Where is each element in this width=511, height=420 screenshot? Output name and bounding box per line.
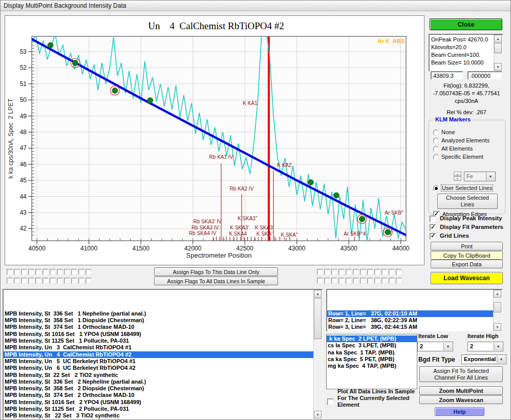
radio-label[interactable]: Specific Element — [441, 154, 483, 160]
list-item[interactable]: Row= 1, Line= 37G, 02:01:10 AM — [327, 310, 502, 317]
flag-checkbox[interactable] — [346, 278, 352, 284]
flag-checkbox[interactable] — [389, 269, 395, 275]
list-item[interactable]: MPB Intensity, St 1016 Set 1 YPO4 (USNM … — [4, 331, 322, 338]
scrollbar-thumb[interactable] — [494, 302, 501, 312]
radio-user-selected-lines[interactable] — [433, 185, 439, 192]
flag-checkbox[interactable] — [396, 278, 402, 284]
scrollbar-thumb[interactable] — [494, 43, 502, 53]
radio-user-selected-lines-label[interactable]: User Selected Lines — [441, 185, 493, 191]
iterate-high-select[interactable]: 2 ▼ — [467, 342, 503, 351]
export-data-button[interactable]: Export Data — [431, 260, 503, 268]
flag-checkbox[interactable] — [78, 269, 84, 275]
flag-checkbox[interactable] — [35, 269, 41, 275]
flag-checkbox[interactable] — [360, 269, 366, 275]
flag-checkbox[interactable] — [367, 278, 373, 284]
flag-checkbox[interactable] — [346, 269, 352, 275]
list-item[interactable]: MPB Intensity, St 1125 Set 1 Pollucite, … — [4, 338, 322, 344]
flag-checkbox[interactable] — [14, 278, 20, 284]
channel-listbox[interactable]: k ka Spec 2 LPET, (MPB)cs la Spec 3 LPET… — [326, 334, 417, 389]
flag-checkbox[interactable] — [28, 278, 34, 284]
flag-checkbox[interactable] — [367, 269, 373, 275]
flag-checkbox[interactable] — [331, 278, 337, 284]
list-item[interactable]: MPB Intensity, Un 3 CalChemist RbTiOPO4 … — [4, 344, 322, 351]
flag-checkbox[interactable] — [71, 278, 77, 284]
flag-checkbox[interactable] — [324, 278, 330, 284]
flag-checkbox[interactable] — [389, 278, 395, 284]
flag-checkbox[interactable] — [14, 269, 20, 275]
flag-checkbox[interactable] — [338, 269, 345, 275]
radio-all-elements[interactable] — [433, 146, 439, 152]
zoom-multipoint-button[interactable]: Zoom MultiPoint — [419, 386, 503, 395]
wavescan-chart[interactable]: 4050041000415004200042500430004350044000… — [5, 16, 423, 264]
list-item[interactable]: MPB Intensity, St 374 Set 2 Orthoclase M… — [4, 392, 322, 398]
flag-checkbox[interactable] — [86, 278, 92, 284]
list-item[interactable]: MPB Intensity, St 358 Set 1 Diopside (Ch… — [4, 317, 322, 324]
radio-label[interactable]: None — [441, 129, 455, 135]
flag-checkbox[interactable] — [42, 269, 49, 275]
spinner-up-icon[interactable]: ▲ — [454, 172, 461, 176]
scroll-down-icon[interactable]: ▼ — [494, 323, 501, 331]
plot-all-lines-checkbox[interactable] — [327, 398, 334, 405]
flag-checkbox[interactable] — [381, 278, 388, 284]
list-item[interactable]: MPB Intensity, St 1016 Set 2 YPO4 (USNM … — [4, 399, 322, 406]
flag-checkbox[interactable] — [374, 269, 380, 275]
list-item[interactable]: MPB Intensity, St 336 Set 1 Nepheline (p… — [4, 310, 322, 317]
flag-checkbox[interactable] — [396, 269, 402, 275]
flag-checkbox[interactable] — [317, 269, 323, 275]
bgd-fit-type-select[interactable]: Exponential ▼ — [461, 354, 506, 364]
flag-checkbox[interactable] — [381, 269, 388, 275]
flag-checkbox[interactable] — [353, 278, 359, 284]
scroll-down-icon[interactable]: ▼ — [314, 411, 322, 418]
assign-flags-all-lines-button[interactable]: Assign Flags To All Data Lines In Sample — [154, 277, 278, 285]
list-item[interactable]: ca ka Spec 5 PET, (MPB) — [327, 356, 417, 363]
radio-none[interactable] — [433, 130, 439, 136]
choose-selected-lines-button[interactable]: Choose Selected Lines — [437, 194, 498, 209]
flag-checkbox[interactable] — [374, 278, 380, 284]
list-item[interactable]: na ka Spec 1 TAP, (MPB) — [327, 349, 417, 356]
radio-label[interactable]: Analyzed Elements — [441, 137, 489, 143]
print-button[interactable]: Print — [431, 242, 503, 250]
flag-checkbox[interactable] — [64, 278, 70, 284]
list-item[interactable]: MPB Intensity, St 1125 Set 2 Pollucite, … — [4, 406, 322, 412]
flag-checkbox[interactable] — [338, 278, 345, 284]
radio-label[interactable]: All Elements — [441, 145, 473, 152]
display-peak-intensity-checkbox[interactable] — [430, 216, 436, 222]
flag-checkbox[interactable] — [360, 278, 366, 284]
assign-fit-button[interactable]: Assign Fit To Selected Channel For All L… — [419, 366, 503, 382]
list-item[interactable]: MPB Intensity, St 336 Set 2 Nepheline (p… — [4, 379, 322, 385]
scroll-up-icon[interactable]: ▲ — [494, 35, 502, 43]
scroll-down-icon[interactable]: ▼ — [494, 63, 502, 71]
flag-checkbox[interactable] — [353, 269, 359, 275]
flag-checkbox[interactable] — [57, 269, 63, 275]
flag-checkbox[interactable] — [7, 269, 13, 275]
scroll-up-icon[interactable]: ▲ — [494, 290, 501, 298]
flag-checkbox[interactable] — [57, 278, 63, 284]
list-item[interactable]: mg ka Spec 4 TAP, (MPB) — [327, 363, 417, 369]
background-point[interactable] — [72, 60, 78, 66]
background-point[interactable] — [308, 179, 313, 185]
flag-checkbox[interactable] — [78, 278, 84, 284]
display-fit-parameters-checkbox[interactable] — [430, 224, 436, 231]
background-point[interactable] — [385, 229, 391, 235]
flag-checkbox[interactable] — [86, 269, 92, 275]
element-spinner[interactable]: ▲ ▼ — [454, 172, 461, 181]
sample-scrollbar[interactable]: ▲ ▼ — [313, 290, 322, 418]
flag-checkbox[interactable] — [21, 269, 27, 275]
info-scrollbar[interactable]: ▲ ▼ — [494, 35, 502, 71]
list-item[interactable]: cs la Spec 3 LPET, (MPB) — [327, 342, 417, 349]
row-scrollbar[interactable]: ▲ ▼ — [493, 290, 502, 331]
list-item[interactable]: MPB Intensity, St 22 Set 3 TiO2 syntheti… — [4, 412, 322, 419]
list-item[interactable]: MPB Intensity, Un 6 UC Berkeleyt RbTiOPO… — [4, 365, 322, 371]
flag-checkbox[interactable] — [331, 269, 337, 275]
copy-to-clipboard-button[interactable]: Copy To ClipBoard — [431, 251, 503, 260]
load-wavescan-button[interactable]: Load Wavescan — [431, 272, 503, 284]
flag-checkbox[interactable] — [317, 278, 323, 284]
list-item[interactable]: MPB Intensity, Un 4 CalChemist RbTiOPO4 … — [4, 351, 322, 358]
chevron-down-icon[interactable]: ▼ — [494, 343, 502, 350]
background-point[interactable] — [147, 98, 153, 103]
assign-flags-this-line-button[interactable]: Assign Flags To This Data Line Only — [154, 267, 278, 276]
flag-checkbox[interactable] — [28, 269, 34, 275]
close-button[interactable]: Close — [430, 18, 502, 30]
flag-checkbox[interactable] — [21, 278, 27, 284]
help-button[interactable]: Help — [435, 407, 484, 416]
